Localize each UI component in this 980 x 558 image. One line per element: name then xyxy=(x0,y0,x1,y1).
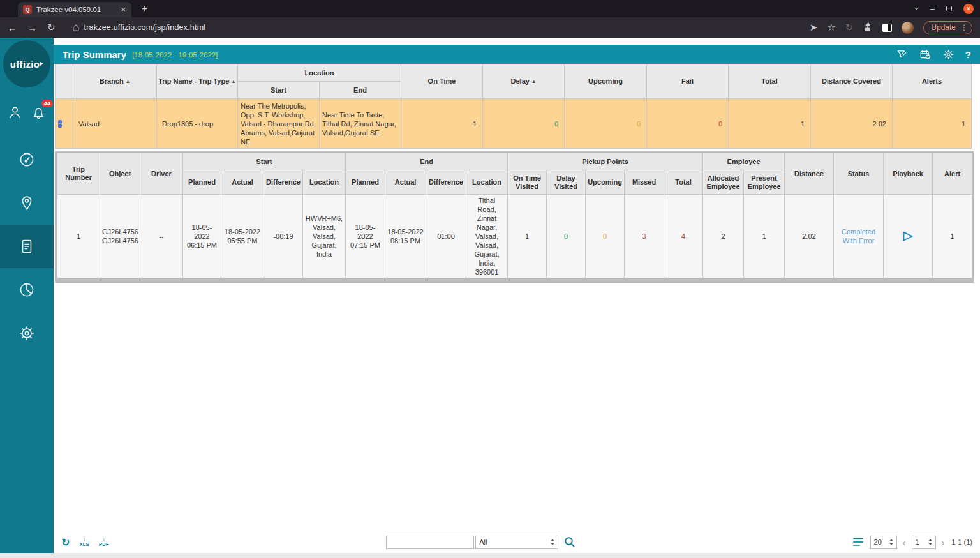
search-icon[interactable] xyxy=(564,536,575,548)
fail-cell: 0 xyxy=(647,99,729,149)
col-on-time-visited[interactable]: On Time Visited xyxy=(508,170,547,195)
col-distance[interactable]: Distance xyxy=(785,153,834,195)
status-cell: Completed With Error xyxy=(834,195,884,278)
col-object[interactable]: Object xyxy=(100,153,140,195)
col-trip-number[interactable]: Trip Number xyxy=(57,153,100,195)
col-end-location[interactable]: Location xyxy=(466,170,508,195)
col-location-end[interactable]: End xyxy=(320,82,401,99)
prev-page-button[interactable]: ‹ xyxy=(903,537,906,548)
bookmark-star-icon[interactable]: ☆ xyxy=(827,22,835,33)
on-time-visited-cell: 1 xyxy=(508,195,547,278)
rows-per-page-icon[interactable] xyxy=(853,538,863,547)
window-restore-button[interactable] xyxy=(946,6,952,11)
col-end-group: End xyxy=(346,153,508,170)
search-column-select[interactable]: All xyxy=(475,536,558,549)
col-driver[interactable]: Driver xyxy=(140,153,183,195)
browser-menu-icon[interactable]: ⋮ xyxy=(960,23,968,32)
sidebar-item-dashboard[interactable] xyxy=(0,138,54,181)
start-difference-cell: -00:19 xyxy=(264,195,303,278)
trip-detail-table: Trip Number Object Driver Start End Pick… xyxy=(57,153,972,278)
col-allocated-employee[interactable]: Allocated Employee xyxy=(703,170,744,195)
end-difference-cell: 01:00 xyxy=(426,195,466,278)
detail-row: 1 GJ26L4756 GJ26L4756 -- 18-05-2022 06:1… xyxy=(57,195,972,278)
date-range: [18-05-2022 - 19-05-2022] xyxy=(132,51,218,59)
allocated-employee-cell: 2 xyxy=(703,195,744,278)
tab-close-icon[interactable]: ✕ xyxy=(121,6,126,14)
sidebar-toggle-icon[interactable] xyxy=(882,24,892,32)
export-xls-button[interactable]: ↓ XLS xyxy=(79,537,89,547)
col-upcoming[interactable]: Upcoming xyxy=(565,64,647,99)
col-end-planned[interactable]: Planned xyxy=(346,170,385,195)
calendar-schedule-icon[interactable] xyxy=(919,49,932,61)
start-location-cell: Near The Metropolis, Opp. S.T. Workshop,… xyxy=(238,99,320,149)
page-number-stepper[interactable]: 1 xyxy=(912,536,936,549)
col-start-group: Start xyxy=(183,153,346,170)
sidebar-item-analytics[interactable] xyxy=(0,268,54,312)
col-end-difference[interactable]: Difference xyxy=(426,170,466,195)
col-missed[interactable]: Missed xyxy=(625,170,664,195)
header-gear-icon[interactable] xyxy=(942,49,954,61)
extensions-puzzle-icon[interactable] xyxy=(863,22,873,33)
lock-icon xyxy=(72,24,80,32)
page-header: Trip Summary [18-05-2022 - 19-05-2022] ? xyxy=(54,45,980,64)
sync-icon[interactable]: ↻ xyxy=(845,22,854,33)
help-icon[interactable]: ? xyxy=(965,49,971,60)
col-on-time[interactable]: On Time xyxy=(401,64,483,99)
col-start-difference[interactable]: Difference xyxy=(264,170,303,195)
back-button[interactable]: ← xyxy=(8,22,17,33)
col-branch[interactable]: Branch ▲ xyxy=(73,64,157,99)
profile-avatar[interactable] xyxy=(902,22,914,34)
update-button[interactable]: Update ⋮ xyxy=(923,21,972,34)
col-present-employee[interactable]: Present Employee xyxy=(744,170,785,195)
col-playback[interactable]: Playback xyxy=(884,153,933,195)
logo-arrow-icon xyxy=(40,62,43,66)
upcoming-cell: 0 xyxy=(586,195,625,278)
col-pp-upcoming[interactable]: Upcoming xyxy=(586,170,625,195)
trip-name-cell: Drop1805 - drop xyxy=(157,99,238,149)
uffizio-logo[interactable]: uffizio xyxy=(3,40,50,87)
reload-button[interactable]: ↻ xyxy=(47,22,56,33)
page-size-stepper[interactable]: 20 xyxy=(870,536,897,549)
new-tab-button[interactable]: + xyxy=(142,3,147,15)
col-location-start[interactable]: Start xyxy=(238,82,320,99)
col-delay[interactable]: Delay ▲ xyxy=(483,64,565,99)
col-fail[interactable]: Fail xyxy=(647,64,729,99)
user-icon xyxy=(6,104,24,121)
col-alert[interactable]: Alert xyxy=(933,153,972,195)
send-icon[interactable]: ➤ xyxy=(810,22,818,33)
filter-funnel-icon[interactable] xyxy=(896,49,908,61)
col-end-actual[interactable]: Actual xyxy=(385,170,426,195)
tab-search-icon[interactable]: › xyxy=(912,7,922,10)
play-icon[interactable]: ▷ xyxy=(903,229,913,242)
refresh-icon[interactable]: ↻ xyxy=(61,536,70,548)
sidebar-item-tracking[interactable] xyxy=(0,181,54,225)
col-pickup-points-group: Pickup Points xyxy=(508,153,703,170)
sidebar-item-reports[interactable] xyxy=(0,225,54,268)
col-employee-group: Employee xyxy=(703,153,785,170)
address-bar[interactable]: trakzee.uffizio.com/jsp/index.html xyxy=(72,23,799,32)
export-pdf-button[interactable]: ↓ PDF xyxy=(99,537,109,547)
col-start-location[interactable]: Location xyxy=(303,170,346,195)
report-document-icon xyxy=(18,238,36,255)
col-trip-name[interactable]: Trip Name - Trip Type ▲ xyxy=(157,64,238,99)
sidebar-item-user[interactable] xyxy=(6,104,24,124)
col-total[interactable]: Total xyxy=(729,64,811,99)
window-close-button[interactable]: ✕ xyxy=(963,4,974,14)
col-status[interactable]: Status xyxy=(834,153,884,195)
row-checkbox[interactable]: − xyxy=(58,120,62,128)
window-minimize-button[interactable]: – xyxy=(930,4,935,13)
col-distance-covered[interactable]: Distance Covered xyxy=(811,64,893,99)
browser-tab[interactable]: Q Trakzee v04.059.01 ✕ xyxy=(18,2,131,17)
forward-button[interactable]: → xyxy=(27,22,37,33)
col-start-planned[interactable]: Planned xyxy=(183,170,221,195)
col-start-actual[interactable]: Actual xyxy=(221,170,264,195)
status-link[interactable]: Completed With Error xyxy=(842,228,875,245)
next-page-button[interactable]: › xyxy=(942,537,945,548)
col-delay-visited[interactable]: Delay Visited xyxy=(547,170,586,195)
col-pp-total[interactable]: Total xyxy=(664,170,703,195)
col-alerts[interactable]: Alerts xyxy=(893,64,972,99)
dashboard-gauge-icon xyxy=(18,151,36,169)
search-input[interactable] xyxy=(386,536,474,549)
sidebar-item-notifications[interactable]: 44 xyxy=(30,104,47,124)
sidebar-item-settings[interactable] xyxy=(0,312,54,355)
